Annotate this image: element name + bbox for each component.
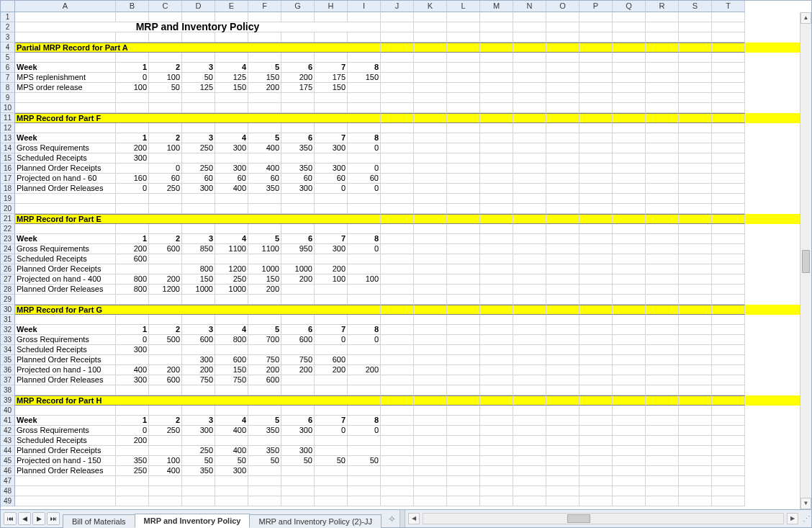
cell[interactable]: [348, 103, 381, 113]
cell[interactable]: [679, 174, 712, 184]
cell[interactable]: Projected on hand - 150: [15, 456, 116, 466]
cell[interactable]: [679, 345, 712, 355]
cell[interactable]: Scheduled Receipts: [15, 254, 116, 264]
cell[interactable]: 200: [348, 365, 381, 375]
cell[interactable]: Planned Order Receipts: [15, 355, 116, 365]
cell[interactable]: 5: [248, 234, 281, 244]
cell[interactable]: [646, 385, 679, 395]
cell[interactable]: [646, 355, 679, 365]
cell[interactable]: [546, 264, 579, 274]
cell[interactable]: [447, 184, 480, 194]
cell[interactable]: [579, 476, 613, 486]
cell[interactable]: 6: [281, 234, 315, 244]
cell[interactable]: [712, 83, 745, 93]
cell[interactable]: 100: [348, 274, 381, 285]
row-header[interactable]: 4: [1, 42, 15, 53]
cell[interactable]: 4: [215, 325, 248, 335]
cell[interactable]: [281, 295, 315, 305]
cell[interactable]: [447, 214, 480, 224]
cell[interactable]: [646, 184, 679, 194]
cell[interactable]: 400: [116, 365, 149, 375]
scroll-left-button[interactable]: ◀: [408, 513, 420, 524]
cell[interactable]: [381, 184, 414, 194]
cell[interactable]: [116, 355, 149, 365]
cell[interactable]: Scheduled Receipts: [15, 153, 116, 164]
cell[interactable]: [513, 305, 546, 315]
row-header[interactable]: 14: [1, 143, 15, 153]
cell[interactable]: [480, 224, 513, 234]
hscroll-thumb[interactable]: [567, 514, 590, 523]
cell[interactable]: 800: [215, 335, 248, 345]
cell[interactable]: [546, 436, 579, 446]
cell[interactable]: [480, 234, 513, 244]
cell[interactable]: [546, 113, 579, 123]
cell[interactable]: [513, 103, 546, 113]
cell[interactable]: [215, 123, 248, 133]
cell[interactable]: [116, 476, 149, 486]
cell[interactable]: [712, 174, 745, 184]
cell[interactable]: [348, 446, 381, 456]
cell[interactable]: [579, 254, 613, 264]
cell[interactable]: 50: [281, 456, 315, 466]
cell[interactable]: [679, 73, 712, 83]
cell[interactable]: [613, 254, 646, 264]
cell[interactable]: [613, 174, 646, 184]
cell[interactable]: [215, 436, 248, 446]
cell[interactable]: [513, 93, 546, 103]
cell[interactable]: [182, 194, 215, 204]
cell[interactable]: [315, 93, 348, 103]
cell[interactable]: [381, 274, 414, 285]
cell[interactable]: [712, 164, 745, 174]
cell[interactable]: [712, 12, 745, 22]
cell[interactable]: [281, 93, 315, 103]
cell[interactable]: [149, 153, 182, 164]
cell[interactable]: [348, 486, 381, 496]
cell[interactable]: [447, 285, 480, 295]
cell[interactable]: [381, 133, 414, 143]
cell[interactable]: 7: [315, 416, 348, 426]
cell[interactable]: [447, 476, 480, 486]
cell[interactable]: [182, 224, 215, 234]
cell[interactable]: [513, 446, 546, 456]
cell[interactable]: [513, 42, 546, 53]
cell[interactable]: [679, 486, 712, 496]
row-header[interactable]: 7: [1, 73, 15, 83]
cell[interactable]: [679, 32, 712, 42]
cell[interactable]: Planned Order Receipts: [15, 164, 116, 174]
cell[interactable]: [646, 73, 679, 83]
cell[interactable]: [447, 63, 480, 73]
cell[interactable]: [248, 466, 281, 476]
cell[interactable]: 3: [182, 416, 215, 426]
cell[interactable]: [613, 395, 646, 406]
cell[interactable]: [546, 456, 579, 466]
cell[interactable]: 3: [182, 63, 215, 73]
cell[interactable]: 800: [116, 285, 149, 295]
cell[interactable]: [513, 295, 546, 305]
cell[interactable]: [646, 113, 679, 123]
cell[interactable]: 4: [215, 63, 248, 73]
cell[interactable]: [679, 476, 712, 486]
cell[interactable]: Planned Order Releases: [15, 375, 116, 385]
cell[interactable]: [149, 355, 182, 365]
cell[interactable]: [315, 194, 348, 204]
cell[interactable]: [248, 224, 281, 234]
cell[interactable]: 50: [182, 73, 215, 83]
cell[interactable]: [381, 83, 414, 93]
select-all-corner[interactable]: [1, 1, 15, 12]
cell[interactable]: [348, 406, 381, 416]
cell[interactable]: [414, 12, 447, 22]
cell[interactable]: [116, 264, 149, 274]
cell[interactable]: [414, 466, 447, 476]
cell[interactable]: [546, 153, 579, 164]
cell[interactable]: [480, 446, 513, 456]
cell[interactable]: [381, 325, 414, 335]
cell[interactable]: [646, 285, 679, 295]
cell[interactable]: [414, 63, 447, 73]
cell[interactable]: 200: [116, 244, 149, 254]
cell[interactable]: 300: [215, 164, 248, 174]
cell[interactable]: [315, 204, 348, 214]
cell[interactable]: [513, 406, 546, 416]
cell[interactable]: [414, 42, 447, 53]
cell[interactable]: [116, 194, 149, 204]
cell[interactable]: [281, 123, 315, 133]
